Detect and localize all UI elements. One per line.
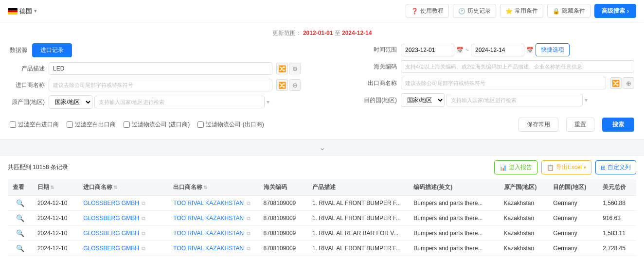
col-importer[interactable]: 进口商名称⇅ <box>78 179 168 196</box>
importer-link[interactable]: GLOSSBERG GMBH <box>83 245 139 252</box>
common-conditions-button[interactable]: ⭐ 常用条件 <box>500 4 543 18</box>
exporter-link[interactable]: TOO RIVAL KAZAKHSTAN <box>173 245 244 252</box>
time-start-input[interactable] <box>401 44 454 56</box>
cell-date: 2024-12-10 <box>33 256 78 258</box>
col-usd: 美元总价 <box>598 179 636 196</box>
dest-country-select[interactable]: 国家/地区 <box>401 93 445 107</box>
cell-view[interactable]: 🔍 <box>8 226 33 241</box>
cell-product: 1. RIVAL AL FRONT BUMPER F... <box>307 241 409 256</box>
cell-exporter: TOO RIVAL KAZAKHSTAN ⧉ <box>168 241 258 256</box>
exporter-icon1[interactable]: 🔀 <box>610 77 622 89</box>
dest-dropdown-arrow: ▾ <box>585 97 588 103</box>
time-end-input[interactable] <box>471 44 524 56</box>
history-button[interactable]: 🕐 历史记录 <box>453 4 496 18</box>
filter-logistics-importer[interactable]: 过滤物流公司 (进口商) <box>124 120 190 129</box>
view-icon[interactable]: 🔍 <box>16 199 24 207</box>
search-button[interactable]: 搜索 <box>602 118 634 132</box>
filter-exporter-empty[interactable]: 过滤空白出口商 <box>67 120 116 129</box>
collapse-bar[interactable]: ⌄ <box>0 140 644 155</box>
importer-copy-icon[interactable]: ⧉ <box>142 230 145 236</box>
col-product: 产品描述 <box>307 179 409 196</box>
country-selector[interactable]: 德国 ▾ <box>8 7 37 16</box>
cell-hscode: 9018908409 <box>259 256 307 258</box>
cell-origin: Kazakhstan <box>499 226 549 241</box>
exporter-copy-icon[interactable]: ⧉ <box>247 245 250 251</box>
hscode-label: 海关编码 <box>362 63 397 71</box>
cell-origin: Kazakhstan <box>499 196 549 211</box>
exporter-input[interactable] <box>401 77 606 89</box>
cell-usd: 916.63 <box>598 211 636 226</box>
importer-link[interactable]: GLOSSBERG GMBH <box>83 200 139 206</box>
cell-exporter: TOO RIVAL KAZAKHSTAN ⧉ <box>168 196 258 211</box>
hscode-input[interactable] <box>401 60 634 73</box>
exporter-link[interactable]: TOO RIVAL KAZAKHSTAN <box>173 200 244 206</box>
help-icon: ❓ <box>411 8 418 15</box>
import-report-button[interactable]: 📊 进入报告 <box>494 160 537 174</box>
importer-input[interactable] <box>49 79 272 91</box>
reset-button[interactable]: 重置 <box>566 118 594 132</box>
importer-link[interactable]: GLOSSBERG GMBH <box>83 215 139 222</box>
history-label: 历史记录 <box>467 7 491 15</box>
filter-logistics-exporter[interactable]: 过滤物流公司 (出口商) <box>197 120 264 129</box>
import-record-tab[interactable]: 进口记录 <box>32 43 72 57</box>
exporter-link[interactable]: TOO RIVAL KAZAKHSTAN <box>173 230 244 237</box>
advanced-search-button[interactable]: 高级搜索 › <box>594 4 636 18</box>
col-origin: 原产国(地区) <box>499 179 549 196</box>
origin-region-input[interactable] <box>94 96 265 108</box>
cell-importer: GLOSSBERG GMBH ⧉ <box>78 196 168 211</box>
cell-dest: Germany <box>548 256 598 258</box>
filter-importer-empty[interactable]: 过滤空白进口商 <box>10 120 59 129</box>
cell-date: 2024-12-10 <box>33 241 78 256</box>
dest-region-input[interactable] <box>447 94 583 106</box>
exporter-copy-icon[interactable]: ⧉ <box>247 200 250 206</box>
cell-dest: Germany <box>548 226 598 241</box>
importer-icon1[interactable]: 🔀 <box>276 79 288 91</box>
cell-view[interactable]: 🔍 <box>8 211 33 226</box>
help-button[interactable]: ❓ 使用教程 <box>406 4 449 18</box>
view-icon[interactable]: 🔍 <box>16 229 24 237</box>
advanced-search-label: 高级搜索 <box>602 7 625 15</box>
product-desc-icon1[interactable]: 🔀 <box>276 63 288 74</box>
advanced-search-arrow: › <box>627 8 629 15</box>
custom-columns-button[interactable]: ⊞ 自定义列 <box>595 160 636 174</box>
col-dest: 目的国(地区) <box>548 179 598 196</box>
col-hscode: 海关编码 <box>259 179 307 196</box>
quick-select-button[interactable]: 快捷选项 <box>536 43 570 56</box>
importer-copy-icon[interactable]: ⧉ <box>142 245 145 251</box>
save-common-button[interactable]: 保存常用 <box>519 118 558 132</box>
col-exporter[interactable]: 出口商名称⇅ <box>168 179 258 196</box>
hidden-conditions-button[interactable]: 🔒 隐藏条件 <box>547 4 590 18</box>
cell-usd: 1,560.88 <box>598 196 636 211</box>
calendar-icon-1[interactable]: 📅 <box>456 47 464 53</box>
table-header-row: 查看 日期⇅ 进口商名称⇅ 出口商名称⇅ 海关编码 产品描述 编码描述(英文) … <box>8 179 636 196</box>
product-desc-input[interactable] <box>49 62 272 75</box>
product-desc-icon2[interactable]: ⊕ <box>289 63 301 74</box>
export-excel-button[interactable]: 📋 导出Excel ▾ <box>541 160 591 174</box>
importer-icon2[interactable]: ⊕ <box>289 79 301 91</box>
cell-view[interactable]: 🔍 <box>8 241 33 256</box>
cell-codedesc: Bumpers and parts there... <box>409 241 499 256</box>
cell-codedesc: Bumpers and parts there... <box>409 211 499 226</box>
view-icon[interactable]: 🔍 <box>16 214 24 222</box>
exporter-icon2[interactable]: ⊕ <box>623 77 634 89</box>
col-date[interactable]: 日期⇅ <box>33 179 78 196</box>
hidden-label: 隐藏条件 <box>562 7 585 15</box>
cell-view[interactable]: 🔍 <box>8 256 33 258</box>
calendar-icon-2[interactable]: 📅 <box>526 47 534 53</box>
importer-copy-icon[interactable]: ⧉ <box>142 215 145 221</box>
flag-icon <box>8 8 18 15</box>
results-area: 共匹配到 10158 条记录 📊 进入报告 📋 导出Excel ▾ ⊞ 自定义列… <box>0 155 644 258</box>
cell-view[interactable]: 🔍 <box>8 196 33 211</box>
exporter-link[interactable]: TOO RIVAL KAZAKHSTAN <box>173 215 244 222</box>
exporter-copy-icon[interactable]: ⧉ <box>247 215 250 221</box>
cell-hscode: 8708109009 <box>259 211 307 226</box>
cell-usd: 2,728.45 <box>598 241 636 256</box>
view-icon[interactable]: 🔍 <box>16 244 24 252</box>
cell-date: 2024-12-10 <box>33 196 78 211</box>
table-row: 🔍 2024-12-10 GLOSSBERG GMBH ⧉ TOO RIVAL … <box>8 196 636 211</box>
exporter-copy-icon[interactable]: ⧉ <box>247 230 250 236</box>
origin-country-select[interactable]: 国家/地区 <box>49 95 92 109</box>
collapse-icon: ⌄ <box>319 143 325 152</box>
importer-copy-icon[interactable]: ⧉ <box>142 200 145 206</box>
importer-link[interactable]: GLOSSBERG GMBH <box>83 230 139 237</box>
